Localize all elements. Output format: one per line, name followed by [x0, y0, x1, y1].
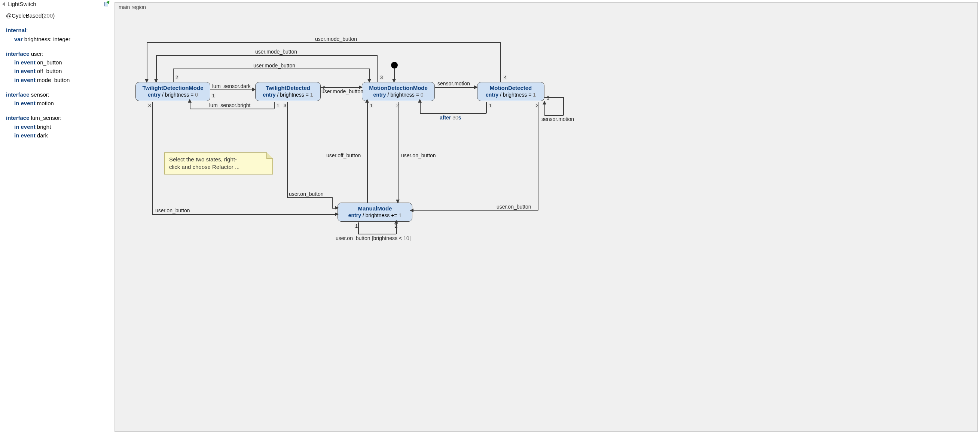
edge-tm-man-arrow: [335, 212, 339, 216]
edge-mdd-tm-mode[interactable]: [500, 42, 501, 82]
port: 4: [503, 75, 508, 80]
edge-off[interactable]: [367, 102, 368, 203]
edge-mdd-tm-mode[interactable]: [147, 42, 148, 82]
edge-td-man-arrow: [335, 206, 339, 210]
edge-label-on-mm-man: user.on_button: [401, 152, 436, 158]
state-twilight-detection-mode[interactable]: TwilightDetectionMode entry / brightness…: [135, 82, 210, 101]
state-manual-mode[interactable]: ManualMode entry / brightness += 1: [337, 203, 412, 222]
region-label: main region: [119, 4, 146, 10]
edge-tm-mm-mode-arrow: [368, 79, 371, 83]
edge-label-mm-tm-mode: user.mode_button: [255, 49, 297, 55]
edge-self-motion[interactable]: [563, 97, 564, 115]
edge-md-man[interactable]: [538, 102, 538, 211]
port: 1: [488, 103, 492, 108]
edge-off-arrow: [365, 99, 369, 103]
edge-lum-bright[interactable]: [190, 108, 274, 109]
edge-mm-tm-mode[interactable]: [377, 55, 377, 82]
note-line: Select the two states, right-: [169, 156, 268, 163]
diagram-canvas-wrap: main region TwilightDetectionMode entry …: [112, 0, 980, 434]
definition-panel: LightSwitch @CycleBased(200) internal: v…: [0, 0, 112, 434]
edge-initial: [394, 69, 395, 80]
state-entry: entry / brightness = 0: [140, 92, 205, 98]
edge-lum-dark[interactable]: [210, 89, 255, 90]
interface-sensor-block: interface sensor: in event motion: [6, 90, 107, 108]
edge-man-self[interactable]: [358, 234, 396, 235]
state-motion-detection-mode[interactable]: MotionDetectionMode entry / brightness =…: [362, 82, 435, 101]
edge-tm-mm-mode[interactable]: [173, 69, 173, 82]
port: 3: [283, 103, 287, 108]
state-title: MotionDetectionMode: [367, 85, 430, 91]
panel-title: LightSwitch: [8, 1, 102, 7]
state-entry: entry / brightness += 1: [342, 212, 407, 218]
state-twilight-detected[interactable]: TwilightDetected entry / brightness = 1: [255, 82, 321, 101]
edge-lum-bright[interactable]: [190, 102, 191, 109]
edge-label-td-man: user.on_button: [289, 191, 324, 197]
edge-label-tm-mm-mode: user.mode_button: [253, 62, 295, 69]
port: 2: [535, 103, 539, 108]
edge-label-off: user.off_button: [326, 152, 361, 158]
port: 2: [175, 75, 179, 80]
edge-self-motion[interactable]: [544, 115, 563, 116]
edge-after[interactable]: [486, 102, 487, 113]
edge-self-motion[interactable]: [544, 104, 545, 115]
state-entry: entry / brightness = 1: [482, 92, 539, 98]
edge-lum-bright-arrow: [188, 99, 192, 103]
edge-tm-man[interactable]: [152, 102, 153, 214]
annotation-line: @CycleBased(200): [6, 11, 107, 20]
initial-state[interactable]: [391, 62, 398, 69]
edge-after[interactable]: [420, 102, 421, 113]
edge-label-md-man: user.on_button: [496, 204, 531, 210]
definition-code[interactable]: @CycleBased(200) internal: var brightnes…: [0, 8, 112, 143]
edge-man-self[interactable]: [396, 222, 397, 234]
edge-sensor-motion-arrow: [474, 85, 478, 89]
state-entry: entry / brightness = 0: [367, 92, 430, 98]
edge-tm-mm-mode[interactable]: [173, 69, 369, 69]
port: 3: [379, 75, 383, 80]
edge-td-man[interactable]: [332, 197, 332, 208]
edge-md-man-arrow: [410, 209, 414, 212]
edge-td-man[interactable]: [287, 102, 288, 197]
diagram-canvas[interactable]: main region TwilightDetectionMode entry …: [115, 2, 978, 432]
edge-label-lum-dark: lum_sensor.dark: [212, 83, 251, 89]
port: 1: [212, 93, 216, 98]
edge-after-arrow: [418, 99, 422, 103]
state-title: MotionDetected: [482, 85, 539, 91]
interface-user-block: interface user: in event on_button in ev…: [6, 49, 107, 84]
edge-self-motion[interactable]: [544, 97, 563, 98]
edge-mm-tm-mode[interactable]: [156, 55, 377, 56]
port: 3: [546, 96, 550, 101]
note-refactor-hint[interactable]: Select the two states, right- click and …: [164, 152, 273, 174]
interface-lumsensor-block: interface lum_sensor: in event bright in…: [6, 113, 107, 140]
edge-sensor-motion[interactable]: [435, 87, 477, 88]
edge-mm-tm-mode-arrow: [154, 79, 158, 83]
edge-lum-bright[interactable]: [274, 102, 275, 108]
port: 1: [369, 103, 374, 108]
edge-label-after: after 30s: [440, 115, 461, 121]
edge-label-self-motion: sensor.motion: [541, 116, 574, 122]
edge-label-man-self: user.on_button [brightness < 10]: [336, 235, 410, 241]
edge-td-man[interactable]: [287, 197, 332, 198]
note-line: click and choose Refactor ...: [169, 163, 268, 171]
edge-tm-man[interactable]: [152, 214, 337, 215]
edge-after[interactable]: [420, 113, 487, 114]
edge-mdd-tm-mode-arrow: [145, 79, 148, 83]
state-motion-detected[interactable]: MotionDetected entry / brightness = 1: [477, 82, 544, 101]
edge-lum-dark-arrow: [252, 88, 256, 91]
collapse-icon[interactable]: [2, 2, 5, 6]
state-title: ManualMode: [342, 205, 407, 212]
edge-man-self[interactable]: [358, 222, 359, 234]
edge-on-mm-man[interactable]: [398, 102, 399, 203]
edge-man-self-arrow: [395, 220, 398, 223]
edge-mm-tm-mode[interactable]: [156, 55, 157, 82]
panel-titlebar: LightSwitch: [0, 0, 112, 8]
port: 1: [276, 103, 280, 108]
edge-label-lum-bright: lum_sensor.bright: [209, 102, 251, 108]
edge-on-mm-man-arrow: [396, 199, 399, 203]
panel-action-icon[interactable]: [103, 1, 110, 7]
edge-md-man[interactable]: [412, 211, 538, 211]
edge-label-td-mm-mode: user.mode_button: [321, 88, 363, 94]
edge-label-sensor-motion: sensor.motion: [438, 80, 470, 86]
edge-td-mm-mode[interactable]: [321, 87, 362, 88]
edge-self-motion-arrow: [542, 101, 546, 104]
edge-mdd-tm-mode[interactable]: [147, 42, 501, 43]
